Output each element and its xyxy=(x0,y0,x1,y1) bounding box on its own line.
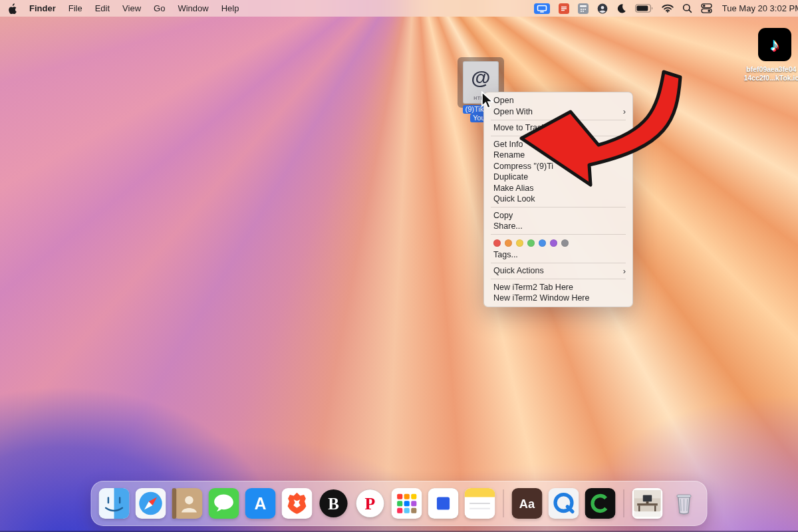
dictionary-glyph: Aa xyxy=(519,497,535,511)
focus-moon-icon[interactable] xyxy=(616,3,626,13)
wallpaper xyxy=(0,0,798,532)
menu-bar-left: Finder File Edit View Go Window Help xyxy=(0,3,239,14)
menu-edit[interactable]: Edit xyxy=(95,3,110,13)
menu-separator xyxy=(491,263,626,263)
dock-camtasia-icon[interactable] xyxy=(585,488,616,519)
ctx-make-alias-label: Make Alias xyxy=(493,184,533,193)
menu-bar: Finder File Edit View Go Window Help xyxy=(0,0,798,17)
menu-app-name[interactable]: Finder xyxy=(29,3,56,13)
control-center-icon[interactable] xyxy=(701,3,712,13)
menu-go[interactable]: Go xyxy=(154,3,165,13)
ctx-copy[interactable]: Copy xyxy=(484,210,632,221)
ctx-compress-label: Compress "(9)Ti xyxy=(493,162,553,171)
menu-file[interactable]: File xyxy=(68,3,82,13)
tiktok-file-icon[interactable]: ♪ xyxy=(758,28,791,61)
tag-color-dot[interactable] xyxy=(539,239,546,247)
ctx-quick-look[interactable]: Quick Look xyxy=(484,194,632,205)
ctx-rename[interactable]: Rename xyxy=(484,150,632,161)
ctx-make-alias[interactable]: Make Alias xyxy=(484,183,632,194)
ctx-quick-actions[interactable]: Quick Actions› xyxy=(484,265,632,277)
tag-color-dot[interactable] xyxy=(505,239,512,247)
dock-color-grid-app-icon[interactable] xyxy=(392,488,422,519)
menu-separator xyxy=(491,207,626,207)
ctx-duplicate[interactable]: Duplicate xyxy=(484,172,632,183)
ctx-share[interactable]: Share... xyxy=(484,221,632,232)
dock-app-store-icon[interactable]: A xyxy=(245,488,276,519)
calendar-status-icon[interactable] xyxy=(578,3,589,14)
tiktok-label-line2: 14cc2f0...kTok.ic xyxy=(734,74,798,82)
dock-contacts-icon[interactable] xyxy=(172,488,203,519)
tag-color-dot[interactable] xyxy=(550,239,557,247)
dock-quicktime-icon[interactable] xyxy=(549,488,579,519)
dock-dictionary-icon[interactable]: Aa xyxy=(512,488,543,519)
menu-separator xyxy=(491,120,626,120)
menu-separator xyxy=(491,234,626,235)
tag-color-dot[interactable] xyxy=(516,239,523,247)
ctx-tags-label: Tags... xyxy=(493,250,518,259)
apple-menu-icon[interactable] xyxy=(8,3,17,14)
wifi-icon[interactable] xyxy=(662,4,674,13)
ctx-open-label: Open xyxy=(493,96,514,105)
ctx-rename-label: Rename xyxy=(493,150,525,160)
ctx-duplicate-label: Duplicate xyxy=(493,172,528,182)
ctx-open[interactable]: Open xyxy=(484,95,632,106)
tiktok-label-line1: bfef09aea3fe04 xyxy=(734,65,798,74)
pinterest-glyph: P xyxy=(365,494,376,513)
ctx-move-to-trash-label: Move to Trash xyxy=(493,123,546,132)
ctx-open-with-label: Open With xyxy=(493,107,533,116)
ctx-new-iterm2-window[interactable]: New iTerm2 Window Here xyxy=(484,293,632,304)
account-status-icon[interactable] xyxy=(597,3,608,14)
spotlight-search-icon[interactable] xyxy=(682,3,692,13)
bing-glyph: B xyxy=(328,495,339,513)
dock-notes-icon[interactable] xyxy=(465,488,495,519)
recording-status-icon[interactable] xyxy=(559,3,569,14)
ctx-new-iterm2-window-label: New iTerm2 Window Here xyxy=(493,293,589,303)
tag-color-dot[interactable] xyxy=(527,239,535,247)
ctx-get-info-label: Get Info xyxy=(493,140,523,149)
ctx-open-with[interactable]: Open With› xyxy=(484,106,632,118)
ctx-tags[interactable]: Tags... xyxy=(484,249,632,261)
menu-view[interactable]: View xyxy=(122,3,141,13)
ctx-quick-actions-label: Quick Actions xyxy=(493,266,544,275)
ctx-compress[interactable]: Compress "(9)Ti xyxy=(484,161,632,172)
tiktok-note-icon: ♪ xyxy=(770,35,779,55)
dock-separator xyxy=(624,489,624,517)
battery-icon[interactable] xyxy=(635,4,653,13)
dock-messages-icon[interactable] xyxy=(209,488,239,519)
menu-bar-status: Tue May 20 3:02 PM xyxy=(534,3,798,14)
dock-brave-icon[interactable] xyxy=(282,488,313,519)
dock-trash-icon[interactable] xyxy=(669,488,700,519)
dock-separator xyxy=(503,489,504,517)
submenu-chevron-icon: › xyxy=(623,267,626,275)
tag-color-dots xyxy=(484,237,632,249)
ctx-get-info[interactable]: Get Info xyxy=(484,139,632,150)
menu-separator xyxy=(491,279,626,279)
dock: A B P Aa xyxy=(91,481,708,526)
screen-mirroring-badge-icon[interactable] xyxy=(534,3,550,14)
ctx-new-iterm2-tab[interactable]: New iTerm2 Tab Here xyxy=(484,282,632,293)
menu-separator xyxy=(491,136,626,136)
app-store-glyph: A xyxy=(255,494,267,513)
ctx-new-iterm2-tab-label: New iTerm2 Tab Here xyxy=(493,283,573,292)
dock-pinterest-icon[interactable]: P xyxy=(355,488,386,519)
tag-color-dot[interactable] xyxy=(493,239,501,247)
menu-window[interactable]: Window xyxy=(178,3,208,13)
ctx-quick-look-label: Quick Look xyxy=(493,194,535,203)
ctx-copy-label: Copy xyxy=(493,211,513,220)
dock-blue-square-app-icon[interactable] xyxy=(428,488,459,519)
menu-help[interactable]: Help xyxy=(221,3,239,13)
menu-bar-clock[interactable]: Tue May 20 3:02 PM xyxy=(721,3,798,13)
dock-safari-icon[interactable] xyxy=(136,488,166,519)
context-menu: Open Open With› Move to Trash Get Info R… xyxy=(483,92,633,307)
tag-color-dot[interactable] xyxy=(561,239,569,247)
desktop: Finder File Edit View Go Window Help xyxy=(0,0,798,532)
dock-bing-icon[interactable]: B xyxy=(319,488,349,519)
ctx-move-to-trash[interactable]: Move to Trash xyxy=(484,122,632,134)
tiktok-file-label: bfef09aea3fe04 14cc2f0...kTok.ic xyxy=(734,65,798,82)
submenu-chevron-icon: › xyxy=(623,107,626,116)
ctx-share-label: Share... xyxy=(493,221,523,231)
at-glyph: @ xyxy=(463,66,499,89)
dock-finder-icon[interactable] xyxy=(99,488,130,519)
dock-desktop-preview-thumbnail[interactable] xyxy=(632,488,663,519)
